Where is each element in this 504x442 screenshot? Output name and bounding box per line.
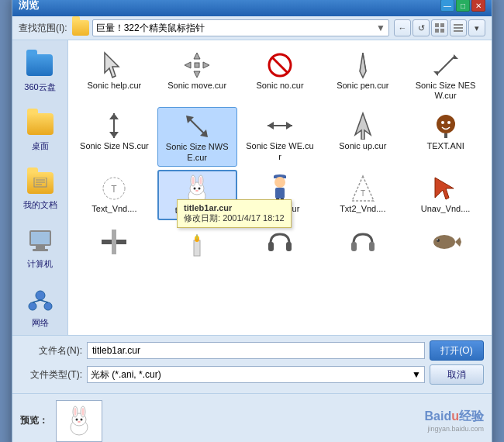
svg-marker-28: [433, 71, 438, 76]
filename-input-container: 打开(O): [87, 340, 484, 361]
window-controls: — □ ✕: [440, 0, 485, 12]
cancel-button[interactable]: 取消: [430, 364, 484, 385]
file-item-text-ani-name: TEXT.ANI: [426, 141, 464, 151]
cursor-up-icon: [347, 110, 378, 141]
refresh-button[interactable]: ↺: [413, 19, 430, 36]
svg-point-53: [195, 190, 198, 192]
preview-rabbit-icon: [65, 406, 93, 437]
sidebar-item-network[interactable]: 网络: [23, 284, 57, 332]
svg-point-85: [81, 418, 83, 420]
file-item-txt2-vnd[interactable]: T Txt2_Vnd....: [323, 170, 402, 220]
cursor-cross1-icon: [98, 226, 129, 257]
svg-point-84: [76, 418, 78, 420]
cursor-unav-icon: [430, 173, 461, 204]
bottom-bar: 文件名(N): 打开(O) 文件类型(T): 光标 (*.ani, *.cur)…: [12, 335, 492, 393]
file-item-text-ani[interactable]: TEXT.ANI: [406, 107, 485, 166]
sidebar-item-cloud[interactable]: 360云盘: [21, 48, 58, 96]
filetype-value: 光标 (*.ani, *.cur): [91, 368, 161, 382]
svg-rect-65: [112, 230, 116, 254]
svg-rect-70: [268, 242, 274, 251]
file-item-sonic-we[interactable]: Sonic Size WE.cur: [240, 107, 320, 166]
file-item-sonic-up[interactable]: Sonic up.cur: [323, 107, 402, 166]
svg-point-83: [82, 408, 85, 416]
file-item-headphone1[interactable]: [240, 223, 320, 261]
watermark-sub: jingyan.baidu.com: [427, 425, 484, 433]
minimize-button[interactable]: —: [440, 0, 454, 12]
close-button[interactable]: ✕: [471, 0, 485, 12]
cursor-headphone2-icon: [347, 226, 378, 257]
svg-rect-73: [369, 242, 375, 251]
svg-line-14: [33, 300, 40, 302]
extra-view-button[interactable]: [450, 19, 467, 36]
file-item-sonic-nwse-name: Sonic Size NWSE.cur: [162, 142, 232, 162]
file-tooltip: titleb1ar.cur 修改日期: 2001/4/17 18:12: [177, 199, 292, 228]
file-item-sonic-up-name: Sonic up.cur: [339, 141, 386, 151]
sidebar-item-computer[interactable]: 计算机: [23, 225, 57, 273]
cursor-nwse-icon: [181, 111, 212, 142]
maximize-button[interactable]: □: [456, 0, 470, 12]
svg-rect-3: [440, 29, 444, 33]
svg-rect-66: [194, 240, 200, 256]
file-item-sonic-ns[interactable]: Sonic Size NS.cur: [74, 107, 154, 166]
filename-row: 文件名(N): 打开(O): [20, 340, 484, 361]
file-item-unav-vnd[interactable]: Unav_Vnd....: [406, 170, 485, 220]
file-item-sonic-move[interactable]: Sonic move.cur: [157, 47, 237, 104]
sidebar-item-mydocs[interactable]: 我的文档: [20, 166, 60, 214]
extra-icon: [453, 22, 464, 33]
file-item-sonic-ns-name: Sonic Size NS.cur: [80, 141, 149, 151]
sidebar-item-desktop[interactable]: 桌面: [23, 107, 57, 155]
svg-point-49: [192, 177, 195, 185]
file-item-sonic-nwse[interactable]: Sonic Size NWSE.cur: [157, 107, 237, 166]
cursor-nesw-icon: [430, 50, 461, 81]
svg-point-77: [437, 239, 438, 240]
sidebar-label-computer: 计算机: [27, 258, 53, 270]
file-item-sonic-pen[interactable]: Sonic pen.cur: [323, 47, 402, 104]
window-title: 浏览: [19, 0, 39, 12]
svg-point-51: [194, 187, 196, 189]
svg-marker-16: [105, 53, 119, 78]
file-item-fish[interactable]: [406, 223, 485, 261]
svg-point-74: [433, 235, 455, 249]
open-button[interactable]: 打开(O): [430, 340, 484, 361]
path-label: 查找范围(I):: [19, 22, 67, 35]
file-area: Sonic help.cur Sonic move.cur: [68, 40, 492, 335]
svg-marker-31: [109, 132, 119, 138]
sidebar-label-mydocs: 我的文档: [23, 199, 57, 211]
cursor-pen-icon: [347, 50, 378, 81]
file-item-candle[interactable]: [157, 223, 237, 261]
file-item-sonic-no[interactable]: Sonic no.cur: [240, 47, 320, 104]
svg-line-15: [40, 300, 48, 302]
view-button[interactable]: [431, 19, 448, 36]
file-item-headphone2[interactable]: [323, 223, 402, 261]
path-dropdown[interactable]: 巨量！322个精美鼠标指针 ▼: [92, 19, 389, 36]
svg-rect-42: [444, 133, 447, 138]
svg-marker-38: [355, 113, 371, 140]
mydocs-folder-icon: [26, 169, 54, 197]
back-button[interactable]: ←: [394, 19, 411, 36]
svg-rect-72: [351, 242, 357, 251]
file-item-sonic-nesw[interactable]: Sonic Size NESW.cur: [406, 47, 485, 104]
svg-marker-27: [454, 54, 458, 59]
tooltip-date-label: 修改日期:: [184, 213, 220, 223]
file-item-text-vnd[interactable]: T Text_Vnd....: [74, 170, 154, 220]
network-icon: [26, 287, 54, 315]
filetype-label: 文件类型(T):: [20, 368, 82, 382]
file-item-cross1[interactable]: [74, 223, 154, 261]
cursor-no-icon: [264, 50, 295, 81]
cursor-fish-icon: [430, 226, 461, 257]
svg-point-11: [36, 291, 45, 300]
filename-input[interactable]: [87, 342, 425, 359]
file-item-sonic-nesw-name: Sonic Size NESW.cur: [411, 81, 481, 101]
menu-button[interactable]: ▾: [468, 19, 485, 36]
filetype-row: 文件类型(T): 光标 (*.ani, *.cur) ▼ 取消: [20, 364, 484, 385]
path-container: 巨量！322个精美鼠标指针 ▼: [72, 19, 389, 36]
filetype-select[interactable]: 光标 (*.ani, *.cur) ▼: [87, 366, 425, 383]
svg-rect-71: [286, 242, 292, 251]
svg-point-52: [198, 187, 201, 189]
cursor-text-ani-icon: [430, 110, 461, 141]
file-item-sonic-we-name: Sonic Size WE.cur: [245, 141, 315, 161]
file-item-sonic-help[interactable]: Sonic help.cur: [74, 47, 154, 104]
svg-marker-75: [455, 237, 461, 247]
toolbar: 查找范围(I): 巨量！322个精美鼠标指针 ▼ ← ↺: [12, 16, 492, 40]
tooltip-date-value: 2001/4/17 18:12: [223, 213, 285, 223]
